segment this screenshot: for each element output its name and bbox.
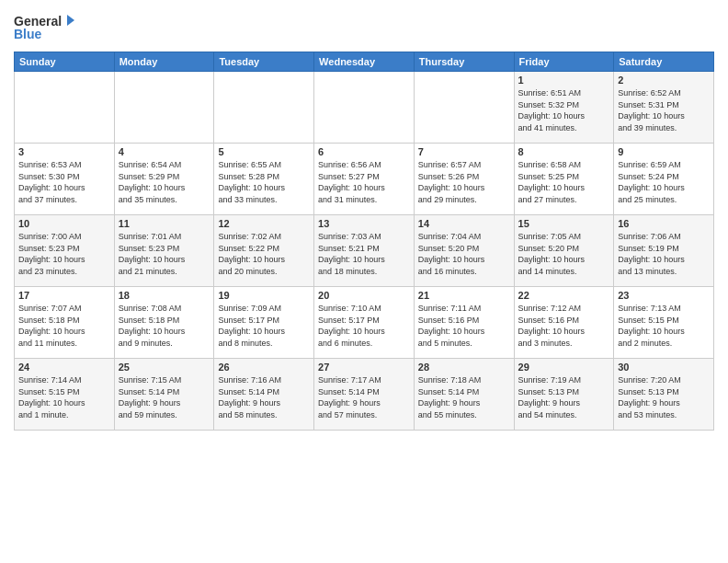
day-number: 7 <box>418 146 510 157</box>
day-info: Sunrise: 7:02 AM Sunset: 5:22 PM Dayligh… <box>218 231 310 277</box>
day-number: 25 <box>119 362 210 373</box>
day-info: Sunrise: 6:53 AM Sunset: 5:30 PM Dayligh… <box>18 159 110 205</box>
day-info: Sunrise: 7:09 AM Sunset: 5:17 PM Dayligh… <box>218 303 310 349</box>
weekday-header-row: SundayMondayTuesdayWednesdayThursdayFrid… <box>15 52 714 72</box>
day-info: Sunrise: 6:56 AM Sunset: 5:27 PM Dayligh… <box>318 159 410 205</box>
day-info: Sunrise: 7:18 AM Sunset: 5:14 PM Dayligh… <box>418 374 510 420</box>
day-info: Sunrise: 6:59 AM Sunset: 5:24 PM Dayligh… <box>618 159 710 205</box>
day-info: Sunrise: 7:05 AM Sunset: 5:20 PM Dayligh… <box>518 231 610 277</box>
day-number: 6 <box>318 146 410 157</box>
day-info: Sunrise: 6:58 AM Sunset: 5:25 PM Dayligh… <box>518 159 610 205</box>
day-number: 9 <box>618 146 710 157</box>
calendar-cell: 9Sunrise: 6:59 AM Sunset: 5:24 PM Daylig… <box>614 144 714 215</box>
calendar-cell: 28Sunrise: 7:18 AM Sunset: 5:14 PM Dayli… <box>414 359 514 431</box>
day-number: 11 <box>119 218 210 229</box>
day-number: 5 <box>218 146 310 157</box>
calendar-cell: 30Sunrise: 7:20 AM Sunset: 5:13 PM Dayli… <box>614 359 714 431</box>
calendar-cell: 3Sunrise: 6:53 AM Sunset: 5:30 PM Daylig… <box>15 144 115 215</box>
day-info: Sunrise: 6:51 AM Sunset: 5:32 PM Dayligh… <box>518 87 610 133</box>
calendar-cell: 5Sunrise: 6:55 AM Sunset: 5:28 PM Daylig… <box>214 144 314 215</box>
svg-marker-2 <box>67 15 74 26</box>
day-info: Sunrise: 7:12 AM Sunset: 5:16 PM Dayligh… <box>518 303 610 349</box>
day-number: 18 <box>119 290 210 301</box>
day-info: Sunrise: 6:52 AM Sunset: 5:31 PM Dayligh… <box>618 87 710 133</box>
day-info: Sunrise: 7:14 AM Sunset: 5:15 PM Dayligh… <box>18 374 110 420</box>
day-number: 20 <box>318 290 410 301</box>
svg-text:Blue: Blue <box>14 27 42 41</box>
day-number: 28 <box>418 362 510 373</box>
day-info: Sunrise: 7:04 AM Sunset: 5:20 PM Dayligh… <box>418 231 510 277</box>
day-number: 27 <box>318 362 410 373</box>
weekday-header-sunday: Sunday <box>15 52 115 72</box>
logo: General Blue <box>14 13 79 44</box>
calendar-cell <box>414 72 514 144</box>
day-number: 19 <box>218 290 310 301</box>
weekday-header-tuesday: Tuesday <box>214 52 314 72</box>
day-info: Sunrise: 6:54 AM Sunset: 5:29 PM Dayligh… <box>119 159 210 205</box>
day-info: Sunrise: 6:57 AM Sunset: 5:26 PM Dayligh… <box>418 159 510 205</box>
calendar-cell: 7Sunrise: 6:57 AM Sunset: 5:26 PM Daylig… <box>414 144 514 215</box>
day-number: 10 <box>18 218 110 229</box>
calendar-cell: 4Sunrise: 6:54 AM Sunset: 5:29 PM Daylig… <box>114 144 214 215</box>
day-number: 4 <box>119 146 210 157</box>
day-info: Sunrise: 7:00 AM Sunset: 5:23 PM Dayligh… <box>18 231 110 277</box>
day-number: 8 <box>518 146 610 157</box>
calendar-cell: 13Sunrise: 7:03 AM Sunset: 5:21 PM Dayli… <box>314 215 415 287</box>
day-number: 30 <box>618 362 710 373</box>
day-number: 24 <box>18 362 110 373</box>
day-info: Sunrise: 7:07 AM Sunset: 5:18 PM Dayligh… <box>18 303 110 349</box>
day-number: 1 <box>518 75 610 86</box>
calendar-cell: 16Sunrise: 7:06 AM Sunset: 5:19 PM Dayli… <box>614 215 714 287</box>
week-row-4: 24Sunrise: 7:14 AM Sunset: 5:15 PM Dayli… <box>15 359 714 431</box>
calendar-cell: 17Sunrise: 7:07 AM Sunset: 5:18 PM Dayli… <box>15 287 115 359</box>
day-info: Sunrise: 7:15 AM Sunset: 5:14 PM Dayligh… <box>119 374 210 420</box>
day-info: Sunrise: 7:16 AM Sunset: 5:14 PM Dayligh… <box>218 374 310 420</box>
weekday-header-friday: Friday <box>514 52 614 72</box>
day-number: 12 <box>218 218 310 229</box>
day-number: 13 <box>318 218 410 229</box>
day-info: Sunrise: 7:01 AM Sunset: 5:23 PM Dayligh… <box>119 231 210 277</box>
day-number: 29 <box>518 362 610 373</box>
calendar-cell: 11Sunrise: 7:01 AM Sunset: 5:23 PM Dayli… <box>114 215 214 287</box>
calendar-cell: 24Sunrise: 7:14 AM Sunset: 5:15 PM Dayli… <box>15 359 115 431</box>
week-row-0: 1Sunrise: 6:51 AM Sunset: 5:32 PM Daylig… <box>15 72 714 144</box>
day-number: 3 <box>18 146 110 157</box>
calendar-cell: 14Sunrise: 7:04 AM Sunset: 5:20 PM Dayli… <box>414 215 514 287</box>
calendar-cell: 26Sunrise: 7:16 AM Sunset: 5:14 PM Dayli… <box>214 359 314 431</box>
day-info: Sunrise: 7:06 AM Sunset: 5:19 PM Dayligh… <box>618 231 710 277</box>
week-row-3: 17Sunrise: 7:07 AM Sunset: 5:18 PM Dayli… <box>15 287 714 359</box>
day-info: Sunrise: 6:55 AM Sunset: 5:28 PM Dayligh… <box>218 159 310 205</box>
day-info: Sunrise: 7:17 AM Sunset: 5:14 PM Dayligh… <box>318 374 410 420</box>
day-number: 2 <box>618 75 710 86</box>
day-info: Sunrise: 7:19 AM Sunset: 5:13 PM Dayligh… <box>518 374 610 420</box>
calendar-cell: 25Sunrise: 7:15 AM Sunset: 5:14 PM Dayli… <box>114 359 214 431</box>
week-row-2: 10Sunrise: 7:00 AM Sunset: 5:23 PM Dayli… <box>15 215 714 287</box>
day-number: 16 <box>618 218 710 229</box>
weekday-header-saturday: Saturday <box>614 52 714 72</box>
calendar-table: SundayMondayTuesdayWednesdayThursdayFrid… <box>14 52 714 431</box>
calendar-cell: 8Sunrise: 6:58 AM Sunset: 5:25 PM Daylig… <box>514 144 614 215</box>
calendar-cell: 29Sunrise: 7:19 AM Sunset: 5:13 PM Dayli… <box>514 359 614 431</box>
calendar-cell <box>114 72 214 144</box>
calendar-cell: 27Sunrise: 7:17 AM Sunset: 5:14 PM Dayli… <box>314 359 415 431</box>
day-info: Sunrise: 7:20 AM Sunset: 5:13 PM Dayligh… <box>618 374 710 420</box>
calendar-cell: 2Sunrise: 6:52 AM Sunset: 5:31 PM Daylig… <box>614 72 714 144</box>
day-number: 23 <box>618 290 710 301</box>
logo-icon: General Blue <box>14 13 76 44</box>
day-number: 26 <box>218 362 310 373</box>
day-number: 21 <box>418 290 510 301</box>
calendar-cell: 15Sunrise: 7:05 AM Sunset: 5:20 PM Dayli… <box>514 215 614 287</box>
day-number: 22 <box>518 290 610 301</box>
calendar-cell: 21Sunrise: 7:11 AM Sunset: 5:16 PM Dayli… <box>414 287 514 359</box>
day-number: 14 <box>418 218 510 229</box>
day-number: 17 <box>18 290 110 301</box>
calendar-cell <box>214 72 314 144</box>
day-info: Sunrise: 7:13 AM Sunset: 5:15 PM Dayligh… <box>618 303 710 349</box>
day-info: Sunrise: 7:10 AM Sunset: 5:17 PM Dayligh… <box>318 303 410 349</box>
calendar-cell: 1Sunrise: 6:51 AM Sunset: 5:32 PM Daylig… <box>514 72 614 144</box>
calendar-cell: 10Sunrise: 7:00 AM Sunset: 5:23 PM Dayli… <box>15 215 115 287</box>
calendar-cell: 20Sunrise: 7:10 AM Sunset: 5:17 PM Dayli… <box>314 287 415 359</box>
calendar-cell: 23Sunrise: 7:13 AM Sunset: 5:15 PM Dayli… <box>614 287 714 359</box>
day-info: Sunrise: 7:08 AM Sunset: 5:18 PM Dayligh… <box>119 303 210 349</box>
header: General Blue <box>14 9 714 44</box>
